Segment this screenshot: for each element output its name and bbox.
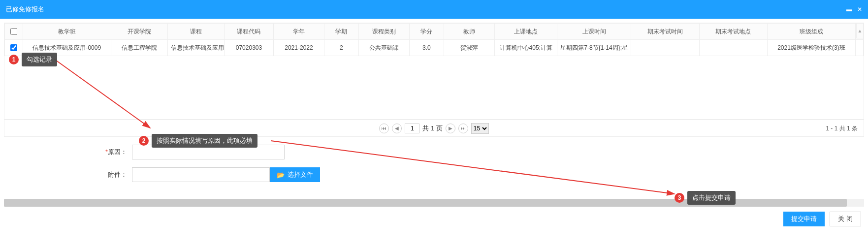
page-number-input[interactable] bbox=[405, 124, 419, 133]
form-row-attachment: 附件： 📂 选择文件 bbox=[4, 167, 864, 182]
titlebar: 已修免修报名 ▬ ✕ bbox=[0, 0, 868, 19]
page-first-button[interactable]: ⏮ bbox=[379, 124, 389, 133]
th-class: 教学班 bbox=[23, 24, 111, 40]
callout-3-number: 3 bbox=[675, 193, 684, 203]
th-examplace: 期末考试地点 bbox=[699, 24, 767, 40]
th-college: 开课学院 bbox=[111, 24, 167, 40]
callout-1: 1 勾选记录 bbox=[9, 53, 57, 66]
table-header-row: 教学班 开课学院 课程 课程代码 学年 学期 课程类别 学分 教师 上课地点 上… bbox=[5, 24, 864, 40]
header-checkbox-cell bbox=[5, 24, 23, 40]
cell-examplace bbox=[699, 40, 767, 56]
close-icon[interactable]: ✕ bbox=[857, 6, 862, 13]
cell-teacher: 贺淑萍 bbox=[444, 40, 495, 56]
form-row-reason: *原因： bbox=[4, 145, 864, 159]
window-title: 已修免修报名 bbox=[6, 5, 44, 14]
content-wrap: ▲ bbox=[0, 19, 868, 199]
cell-college: 信息工程学院 bbox=[111, 40, 167, 56]
callout-1-number: 1 bbox=[9, 55, 19, 64]
page-total-label: 共 1 页 bbox=[422, 124, 442, 133]
cell-time: 星期四第7-8节{1-14周};星 bbox=[557, 40, 631, 56]
cell-type: 公共基础课 bbox=[358, 40, 410, 56]
close-button[interactable]: 关 闭 bbox=[830, 212, 861, 226]
cell-pad bbox=[855, 40, 863, 56]
select-all-checkbox[interactable] bbox=[10, 28, 17, 35]
callout-3: 3 点击提交申请 bbox=[675, 191, 736, 205]
folder-open-icon: 📂 bbox=[277, 171, 285, 179]
choose-file-label: 选择文件 bbox=[288, 170, 313, 179]
attachment-label: 附件： bbox=[4, 170, 132, 179]
pager-summary: 1 - 1 共 1 条 bbox=[826, 124, 858, 132]
cell-course: 信息技术基础及应用 bbox=[168, 40, 225, 56]
reason-label-text: 原因： bbox=[108, 148, 127, 156]
choose-file-button[interactable]: 📂 选择文件 bbox=[270, 167, 320, 182]
page-prev-button[interactable]: ◀ bbox=[392, 124, 402, 133]
th-code: 课程代码 bbox=[225, 24, 273, 40]
page-next-button[interactable]: ▶ bbox=[446, 124, 455, 133]
th-year: 学年 bbox=[273, 24, 324, 40]
table-panel: ▲ bbox=[4, 23, 864, 137]
callout-3-tooltip: 点击提交申请 bbox=[687, 191, 736, 205]
course-table: 教学班 开课学院 课程 课程代码 学年 学期 课程类别 学分 教师 上课地点 上… bbox=[4, 23, 864, 56]
callout-2-tooltip: 按照实际情况填写原因，此项必填 bbox=[152, 134, 257, 148]
th-type: 课程类别 bbox=[358, 24, 410, 40]
callout-1-tooltip: 勾选记录 bbox=[22, 53, 57, 66]
th-course: 课程 bbox=[168, 24, 225, 40]
form-area: *原因： 附件： 📂 选择文件 bbox=[4, 137, 864, 195]
page-last-button[interactable]: ⏭ bbox=[458, 124, 468, 133]
th-examtime: 期末考试时间 bbox=[631, 24, 699, 40]
attachment-path-display bbox=[132, 167, 270, 182]
th-classlist: 班级组成 bbox=[767, 24, 855, 40]
th-credit: 学分 bbox=[410, 24, 444, 40]
cell-term: 2 bbox=[324, 40, 358, 56]
th-term: 学期 bbox=[324, 24, 358, 40]
table-area: 教学班 开课学院 课程 课程代码 学年 学期 课程类别 学分 教师 上课地点 上… bbox=[4, 23, 864, 120]
callout-2-number: 2 bbox=[139, 136, 149, 146]
minimize-icon[interactable]: ▬ bbox=[846, 6, 852, 13]
page-size-select[interactable]: 15 bbox=[471, 123, 489, 134]
table-row[interactable]: 信息技术基础及应用-0009 信息工程学院 信息技术基础及应用 07020303… bbox=[5, 40, 864, 56]
callout-2: 2 按照实际情况填写原因，此项必填 bbox=[139, 134, 257, 148]
footer-buttons: 提交申请 关 闭 bbox=[0, 207, 868, 231]
cell-classlist: 2021级医学检验技术(3)班 bbox=[767, 40, 855, 56]
th-place: 上课地点 bbox=[495, 24, 557, 40]
th-time: 上课时间 bbox=[557, 24, 631, 40]
cell-credit: 3.0 bbox=[410, 40, 444, 56]
th-teacher: 教师 bbox=[444, 24, 495, 40]
scrollbar-stub[interactable]: ▲ bbox=[856, 24, 863, 38]
cell-place: 计算机中心405;计算 bbox=[495, 40, 557, 56]
cell-code: 07020303 bbox=[225, 40, 273, 56]
cell-year: 2021-2022 bbox=[273, 40, 324, 56]
cell-examtime bbox=[631, 40, 699, 56]
submit-button[interactable]: 提交申请 bbox=[783, 212, 825, 226]
window-controls: ▬ ✕ bbox=[846, 6, 862, 13]
reason-label: *原因： bbox=[4, 148, 132, 156]
pager: ⏮ ◀ 共 1 页 ▶ ⏭ 15 1 - 1 共 1 条 bbox=[4, 120, 864, 136]
row-checkbox[interactable] bbox=[10, 44, 17, 51]
